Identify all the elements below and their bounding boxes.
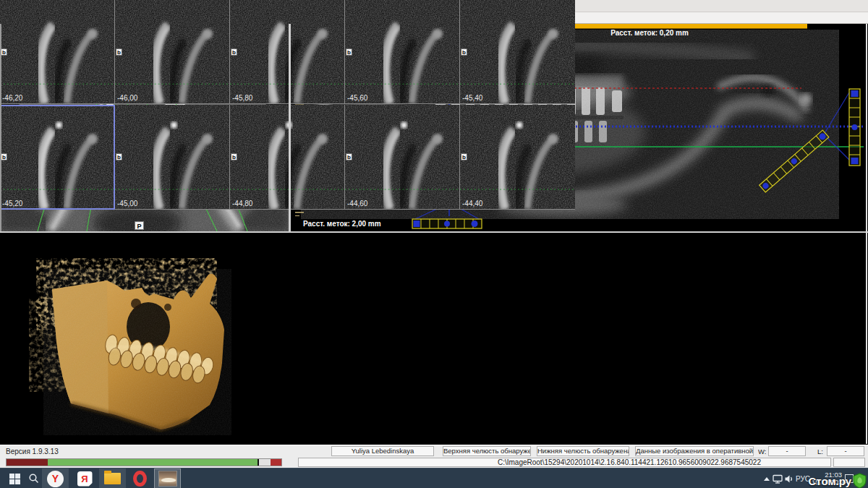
load-progress-bar <box>6 458 282 466</box>
slice-label: -45,60 <box>347 94 367 102</box>
watermark: Стом.ру <box>808 474 867 488</box>
slice-orientation-marker: b <box>461 153 467 160</box>
progress-segment-darkred <box>7 459 48 466</box>
slice-thumbnail-7[interactable]: b -45,00 <box>115 105 230 210</box>
memory-status-box: Данные изображения в оперативной памяти <box>635 446 754 456</box>
slice-image <box>115 105 229 209</box>
slice-label: -45,40 <box>462 94 482 102</box>
slice-image <box>230 105 344 209</box>
opera-icon <box>133 471 147 487</box>
yandex-browser-taskbar-button[interactable]: Y <box>42 468 69 488</box>
slice-label: -44,60 <box>347 200 367 207</box>
start-button[interactable] <box>4 468 25 488</box>
yandex-browser-icon: Y <box>47 471 64 487</box>
status-empty-box <box>833 458 865 467</box>
slice-orientation-marker: b <box>231 153 237 160</box>
progress-segment-red <box>271 459 281 466</box>
slice-thumbnail-2[interactable]: b -46,00 <box>115 0 230 104</box>
left-panel-border <box>0 24 1 231</box>
statusbar: Версия 1.9.3.13 Yuliya Lebedinskaya Верх… <box>0 445 868 468</box>
slice-label: -46,20 <box>2 94 22 102</box>
watermark-text: Стом.ру <box>808 475 851 487</box>
windows-logo-icon <box>9 474 20 484</box>
progress-tick <box>258 459 259 466</box>
slice-thumbnail-4[interactable]: b -45,60 <box>345 0 460 104</box>
slice-thumbnail-8[interactable]: b -44,80 <box>230 105 345 210</box>
lower-jaw-status-box: Нижняя челюсть обнаружена <box>537 446 629 456</box>
shield-icon <box>852 473 867 488</box>
version-label: Версия 1.9.3.13 <box>6 448 59 455</box>
slice-label: -46,00 <box>117 94 137 102</box>
window-level-value: - <box>827 446 864 456</box>
taskbar: Y Я РУС 21:03 15.10.2020 <box>0 468 868 488</box>
slice-orientation-marker: b <box>346 48 352 56</box>
image-path-box: C:\ImageRoot\15294\20201014\2.16.840.114… <box>298 458 831 467</box>
slice-grid: b -46,20 b -46,00 <box>0 0 575 211</box>
slice-thumbnail-9[interactable]: b -44,60 <box>345 105 460 210</box>
folder-icon <box>104 473 121 484</box>
tray-expand-icon[interactable] <box>764 477 770 481</box>
slice-orientation-marker: b <box>346 153 352 160</box>
slice-label: -45,00 <box>117 200 137 207</box>
volume-3d-render <box>0 233 289 444</box>
yandex-icon: Я <box>77 471 93 487</box>
slice-thumbnail-10[interactable]: b -44,40 <box>460 105 575 210</box>
slice-thumbnail-5[interactable]: b -45,40 <box>460 0 575 104</box>
slice-image <box>460 105 575 209</box>
slice-image <box>460 0 575 103</box>
pano-mark-distance-bottom: Расст. меток: 2,00 mm <box>303 220 381 228</box>
window-level-label: L: <box>817 448 823 455</box>
slice-image <box>230 0 344 103</box>
slice-orientation-marker: b <box>461 48 467 56</box>
slice-label: -44,40 <box>462 200 482 207</box>
slice-label: -45,80 <box>232 94 252 102</box>
slice-thumbnail-1[interactable]: b -46,20 <box>0 0 115 104</box>
patient-name-box: Yuliya Lebedinskaya <box>331 446 434 456</box>
icatvision-window-thumbnail <box>158 471 177 487</box>
pano-mark-distance-top: Расст. меток: 0,20 mm <box>610 29 689 37</box>
window-width-label: W: <box>758 448 766 455</box>
search-icon <box>28 473 40 484</box>
panel-separator-horizontal <box>0 231 868 233</box>
panel-separator-vertical <box>289 24 291 231</box>
slice-orientation-marker: b <box>231 48 237 56</box>
slice-label: -44,80 <box>232 200 252 207</box>
slice-image <box>0 0 114 103</box>
volume-icon[interactable] <box>784 474 794 484</box>
axial-orientation-posterior: P <box>135 221 144 230</box>
slice-image <box>345 0 459 103</box>
slice-orientation-marker: b <box>116 153 122 160</box>
taskbar-search-button[interactable] <box>26 468 42 488</box>
slice-orientation-marker: b <box>116 48 122 56</box>
window-width-value: - <box>768 446 806 456</box>
slice-orientation-marker: b <box>1 153 7 160</box>
slice-image <box>345 105 459 209</box>
slice-label: -45,20 <box>2 200 22 207</box>
slice-orientation-marker: b <box>1 48 7 56</box>
network-icon[interactable] <box>773 474 783 484</box>
right-panel-border <box>866 24 867 444</box>
volume-3d-view[interactable] <box>0 233 289 444</box>
yandex-app-taskbar-button[interactable]: Я <box>73 468 96 488</box>
upper-jaw-status-box: Верхняя челюсть обнаружена <box>443 446 531 456</box>
slice-thumbnail-3[interactable]: b -45,80 <box>230 0 345 104</box>
slice-thumbnail-6-selected[interactable]: b -45,20 <box>0 105 115 210</box>
opera-taskbar-button[interactable] <box>129 468 150 488</box>
slice-image <box>0 105 114 209</box>
slice-image <box>115 0 229 103</box>
icatvision-taskbar-button[interactable] <box>154 468 181 488</box>
icatvision-window: iCATVision Файл Сервис Экран Справка <box>0 0 868 488</box>
file-explorer-taskbar-button[interactable] <box>99 468 126 488</box>
progress-segment-green <box>48 459 259 466</box>
